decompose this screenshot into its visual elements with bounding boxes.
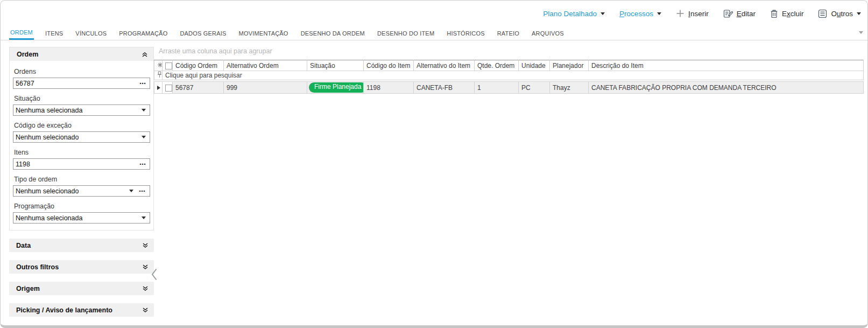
tab-desenho-da-ordem[interactable]: DESENHO DA ORDEM [300, 26, 366, 40]
itens-field: ⋯ [13, 158, 150, 170]
grid-filter-row: Clique aqui para pesquisar [154, 71, 864, 80]
app-window: Plano Detalhado Processos Inserir Editar [0, 0, 868, 328]
collapse-up-icon[interactable] [142, 51, 148, 58]
chevron-left-icon [151, 268, 157, 281]
tab-movimentacao[interactable]: MOVIMENTAÇÃO [238, 26, 290, 40]
grid-header-row: Código Ordem Alternativo Ordem Situação … [154, 60, 864, 71]
row-checkbox[interactable] [165, 85, 172, 92]
chevron-down-icon[interactable] [657, 12, 661, 15]
expand-down-icon[interactable] [142, 285, 149, 292]
ordens-label: Ordens [14, 68, 149, 75]
situacao-select[interactable]: Nenhuma selecionada [13, 104, 150, 116]
ordens-input[interactable] [16, 80, 136, 87]
tab-overflow-icon[interactable] [859, 31, 863, 34]
asterisk-icon [157, 62, 163, 68]
col-codigo-ordem[interactable]: Código Ordem [173, 60, 224, 71]
row-indicator-icon [157, 86, 160, 90]
col-situacao[interactable]: Situação [307, 60, 364, 71]
tipo-ordem-value: Nenhum selecionado [16, 187, 79, 195]
cell-alternativo-ordem[interactable]: 999 [224, 82, 307, 94]
cell-unidade[interactable]: PC [519, 82, 550, 94]
select-all-cell[interactable] [154, 60, 163, 71]
table-row[interactable]: 56787 999 Firme Planejada 1198 CANETA-FB… [154, 82, 864, 94]
codigo-excecao-select[interactable]: Nenhum selecionado [13, 131, 150, 143]
expand-down-icon[interactable] [142, 264, 149, 270]
orders-grid: Código Ordem Alternativo Ordem Situação … [154, 60, 864, 94]
itens-input[interactable] [16, 160, 136, 168]
col-qtde-ordem[interactable]: Qtde. Ordem [475, 60, 519, 71]
cell-codigo-ordem[interactable]: 56787 [173, 82, 224, 94]
ordem-panel-header[interactable]: Ordem [10, 47, 153, 61]
tab-itens[interactable]: ITENS [44, 26, 64, 40]
tab-programacao[interactable]: PROGRAMAÇÃO [118, 26, 168, 40]
col-alternativo-ordem[interactable]: Alternativo Ordem [224, 60, 307, 71]
select-all-checkbox[interactable] [165, 62, 172, 69]
ordem-panel-title: Ordem [17, 51, 38, 58]
cell-descricao-item[interactable]: CANETA FABRICAÇÃO PROPRIA COM DEMANDA TE… [589, 82, 864, 94]
tipo-ordem-label: Tipo de ordem [14, 176, 149, 183]
status-badge: Firme Planejada [309, 82, 364, 93]
cell-situacao[interactable]: Firme Planejada [307, 82, 364, 94]
excluir-label: Excluir [782, 10, 804, 18]
expand-down-icon[interactable] [142, 242, 149, 249]
inserir-button[interactable]: Inserir [676, 9, 709, 18]
tab-ordem[interactable]: ORDEM [9, 26, 34, 40]
filter-pin-cell[interactable] [154, 71, 163, 80]
col-codigo-do-item[interactable]: Código do Item [364, 60, 414, 71]
programacao-select[interactable]: Nenhuma selecionada [13, 212, 150, 224]
tab-desenho-do-item[interactable]: DESENHO DO ITEM [376, 26, 435, 40]
cell-qtde-ordem[interactable]: 1 [475, 82, 519, 94]
plano-detalhado-label[interactable]: Plano Detalhado [543, 10, 597, 18]
section-origem[interactable]: Origem [9, 282, 154, 295]
chevron-down-icon[interactable] [857, 12, 861, 15]
chevron-down-icon[interactable] [129, 190, 133, 192]
section-data[interactable]: Data [9, 239, 154, 252]
processos-menu[interactable]: Processos [619, 10, 661, 18]
chevron-down-icon[interactable] [142, 217, 146, 219]
col-planejador[interactable]: Planejador [550, 60, 589, 71]
tab-historicos[interactable]: HISTÓRICOS [446, 26, 485, 40]
tipo-ordem-ellipsis-button[interactable]: ⋯ [139, 187, 146, 195]
sidebar-collapse-handle[interactable] [151, 268, 157, 283]
chevron-down-icon[interactable] [142, 136, 146, 138]
programacao-value: Nenhuma selecionada [16, 214, 82, 222]
cell-alternativo-item[interactable]: CANETA-FB [414, 82, 475, 94]
itens-ellipsis-button[interactable]: ⋯ [136, 160, 150, 168]
tab-rateio[interactable]: RATEIO [496, 26, 520, 40]
expand-down-icon[interactable] [142, 307, 149, 313]
situacao-label: Situação [14, 95, 149, 102]
ordens-ellipsis-button[interactable]: ⋯ [136, 80, 150, 87]
plano-detalhado-menu[interactable]: Plano Detalhado [543, 10, 605, 18]
itens-label: Itens [14, 149, 149, 156]
tipo-ordem-select[interactable]: Nenhum selecionado ⋯ [13, 185, 150, 197]
list-icon [818, 9, 827, 18]
outros-label: Outros [831, 10, 853, 18]
section-picking[interactable]: Picking / Aviso de lançamento [9, 303, 154, 317]
editar-button[interactable]: Editar [723, 9, 756, 18]
section-outros-filtros[interactable]: Outros filtros [9, 260, 154, 274]
tab-arquivos[interactable]: ARQUIVOS [531, 26, 565, 40]
col-unidade[interactable]: Unidade [519, 60, 550, 71]
pushpin-icon [157, 71, 162, 78]
row-checkbox-cell[interactable] [163, 82, 173, 94]
header-checkbox-cell[interactable] [163, 60, 173, 71]
chevron-down-icon[interactable] [601, 12, 605, 15]
col-alternativo-do-item[interactable]: Alternativo do Item [414, 60, 475, 71]
col-descricao-do-item[interactable]: Descrição do Item [589, 60, 864, 71]
filter-search-cell[interactable]: Clique aqui para pesquisar [163, 71, 864, 80]
tab-dados-gerais[interactable]: DADOS GERAIS [179, 26, 227, 40]
cell-planejador[interactable]: Thayz [550, 82, 589, 94]
cell-codigo-item[interactable]: 1198 [364, 82, 414, 94]
outros-menu[interactable]: Outros [818, 9, 861, 18]
processos-label[interactable]: Processos [619, 10, 653, 18]
tab-vinculos[interactable]: VÍNCULOS [74, 26, 108, 40]
ordem-panel-body: Ordens ⋯ Situação Nenhuma selecionada Có… [10, 61, 153, 230]
excluir-button[interactable]: Excluir [770, 9, 804, 18]
section-outros-filtros-title: Outros filtros [16, 263, 59, 271]
plus-icon [676, 9, 684, 18]
grid-area: Arraste uma coluna aqui para agrupar Cód… [154, 40, 864, 326]
editar-label: Editar [737, 10, 756, 18]
section-origem-title: Origem [16, 285, 40, 292]
top-toolbar: Plano Detalhado Processos Inserir Editar [1, 1, 867, 26]
chevron-down-icon[interactable] [142, 109, 146, 111]
